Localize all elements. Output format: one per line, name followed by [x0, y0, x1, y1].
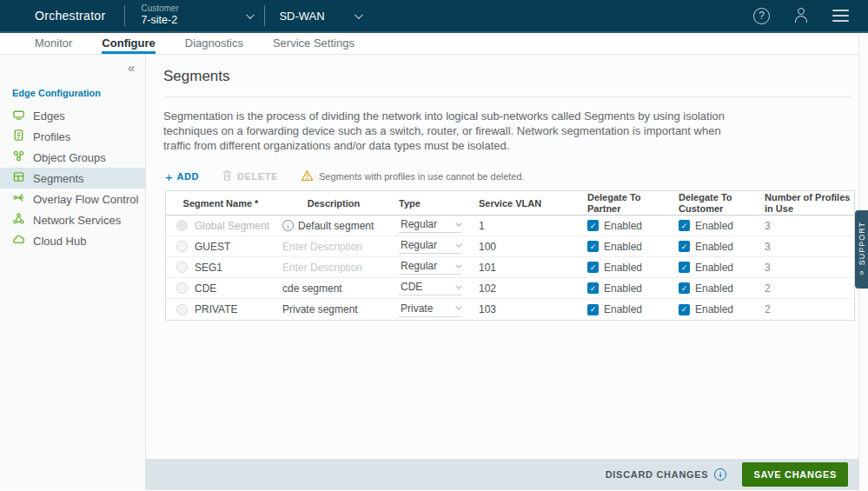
network-services-icon	[12, 212, 25, 228]
row-radio	[176, 220, 188, 231]
header-divider	[264, 5, 265, 26]
description-value[interactable]: Default segment	[298, 220, 374, 232]
type-select[interactable]: Regular	[399, 218, 461, 233]
top-bar: Orchestrator Customer 7-site-2 SD-WAN ?	[0, 0, 868, 33]
customer-label: Customer	[141, 3, 178, 15]
row-radio[interactable]	[176, 262, 188, 273]
tab-configure[interactable]: Configure	[102, 33, 155, 54]
object-groups-icon	[12, 149, 25, 165]
service-vlan-value[interactable]: 103	[472, 303, 580, 315]
delegate-customer-checkbox[interactable]: ✓	[679, 262, 690, 273]
row-radio[interactable]	[176, 304, 188, 315]
sidebar-item-network-services[interactable]: Network Services	[0, 209, 145, 230]
delegate-customer-checkbox[interactable]: ✓	[679, 304, 690, 315]
column-header-description: Description	[275, 191, 392, 215]
chevron-left-icon: «	[857, 271, 865, 275]
customer-dropdown[interactable]: Customer 7-site-2	[141, 3, 264, 28]
support-tab[interactable]: SUPPORT «	[855, 210, 868, 289]
customer-value: 7-site-2	[141, 14, 178, 28]
service-dropdown[interactable]: SD-WAN	[279, 10, 373, 23]
enabled-label: Enabled	[695, 303, 733, 315]
header-divider	[124, 5, 125, 26]
column-header-delegate-partner: Delegate To Partner	[580, 191, 672, 215]
sidebar-item-segments[interactable]: Segments	[0, 168, 145, 189]
delegate-customer-checkbox[interactable]: ✓	[679, 241, 690, 252]
sidebar-item-object-groups[interactable]: Object Groups	[0, 147, 145, 168]
enabled-label: Enabled	[695, 262, 733, 274]
overlay-flow-control-icon	[12, 191, 25, 207]
delegate-partner-checkbox[interactable]: ✓	[587, 304, 599, 315]
service-vlan-value[interactable]: 1	[472, 220, 580, 232]
delegate-partner-checkbox[interactable]: ✓	[587, 282, 599, 294]
delegate-partner-checkbox[interactable]: ✓	[587, 262, 599, 273]
service-vlan-value[interactable]: 101	[472, 262, 580, 274]
description-input[interactable]: Enter Description	[282, 262, 362, 274]
main-panel: Segments Segmentation is the process of …	[146, 55, 868, 490]
delete-button[interactable]: DELETE	[222, 169, 278, 183]
service-vlan-value[interactable]: 102	[472, 282, 580, 295]
delegate-customer-checkbox[interactable]: ✓	[679, 282, 690, 294]
type-select[interactable]: CDE	[399, 281, 461, 295]
sidebar-item-label: Profiles	[33, 130, 70, 143]
profiles-in-use-count: 3	[758, 220, 854, 232]
type-select[interactable]: Regular	[399, 260, 461, 275]
sidebar-item-label: Overlay Flow Control	[33, 193, 138, 206]
profile-icon	[12, 129, 25, 144]
discard-changes-button[interactable]: DISCARD CHANGES i	[606, 468, 727, 481]
type-select[interactable]: Private	[399, 302, 461, 317]
table-row: GUEST Enter Description Regular 100 ✓Ena…	[166, 236, 854, 257]
row-radio[interactable]	[176, 241, 188, 252]
info-icon[interactable]: i	[714, 468, 726, 481]
page-description: Segmentation is the process of dividing …	[163, 109, 747, 153]
chevron-down-icon	[246, 10, 255, 19]
menu-icon[interactable]	[832, 10, 849, 22]
description-input[interactable]: cde segment	[282, 282, 342, 295]
enabled-label: Enabled	[604, 241, 642, 253]
chevron-down-icon	[455, 262, 461, 269]
delegate-customer-checkbox[interactable]: ✓	[679, 220, 690, 231]
chevron-down-icon	[455, 221, 461, 227]
service-value: SD-WAN	[279, 10, 324, 23]
sidebar-item-label: Network Services	[33, 214, 121, 227]
description-input[interactable]: Enter Description	[282, 241, 362, 253]
sidebar-collapse-icon[interactable]: «	[128, 60, 135, 75]
info-icon[interactable]: i	[282, 220, 294, 231]
column-header-type: Type	[392, 191, 472, 215]
segments-table: Segment Name * Description Type Service …	[165, 190, 855, 321]
plus-icon: +	[165, 170, 173, 183]
profiles-in-use-count: 2	[758, 303, 854, 315]
sidebar-item-label: Edges	[33, 109, 65, 123]
warning-message: Segments with profiles in use cannot be …	[301, 169, 525, 183]
tab-diagnostics[interactable]: Diagnostics	[185, 33, 243, 54]
sidebar-item-label: Cloud Hub	[33, 235, 86, 248]
chevron-down-icon	[455, 283, 461, 289]
save-changes-button[interactable]: SAVE CHANGES	[742, 462, 848, 487]
add-button[interactable]: + ADD	[165, 170, 199, 183]
help-icon[interactable]: ?	[753, 8, 770, 24]
sidebar-item-label: Segments	[33, 172, 84, 185]
sidebar: « Edge Configuration Edges Profiles Obje…	[0, 55, 146, 490]
delegate-partner-checkbox[interactable]: ✓	[587, 220, 599, 231]
table-actions: + ADD DELETE Segments with profiles in u…	[165, 169, 850, 183]
sidebar-item-edges[interactable]: Edges	[0, 105, 145, 126]
column-header-segment-name: Segment Name *	[166, 191, 275, 215]
description-input[interactable]: Private segment	[282, 303, 358, 315]
table-row: Global Segment iDefault segment Regular …	[166, 216, 854, 236]
sidebar-item-label: Object Groups	[33, 151, 106, 164]
enabled-label: Enabled	[695, 282, 733, 295]
trash-icon	[222, 169, 233, 183]
service-vlan-value[interactable]: 100	[472, 241, 580, 253]
sidebar-item-overlay-flow-control[interactable]: Overlay Flow Control	[0, 189, 145, 209]
segment-name: GUEST	[195, 241, 230, 253]
delegate-partner-checkbox[interactable]: ✓	[587, 241, 599, 252]
table-row: CDE cde segment CDE 102 ✓Enabled ✓Enable…	[166, 278, 854, 299]
tab-monitor[interactable]: Monitor	[35, 33, 72, 54]
row-radio[interactable]	[176, 282, 188, 294]
user-icon[interactable]	[792, 7, 810, 24]
sidebar-item-cloud-hub[interactable]: Cloud Hub	[0, 230, 145, 251]
segment-name: SEG1	[195, 262, 222, 274]
sidebar-item-profiles[interactable]: Profiles	[0, 126, 145, 147]
type-select[interactable]: Regular	[399, 239, 461, 254]
segment-name: CDE	[195, 282, 216, 295]
tab-service-settings[interactable]: Service Settings	[273, 33, 354, 54]
